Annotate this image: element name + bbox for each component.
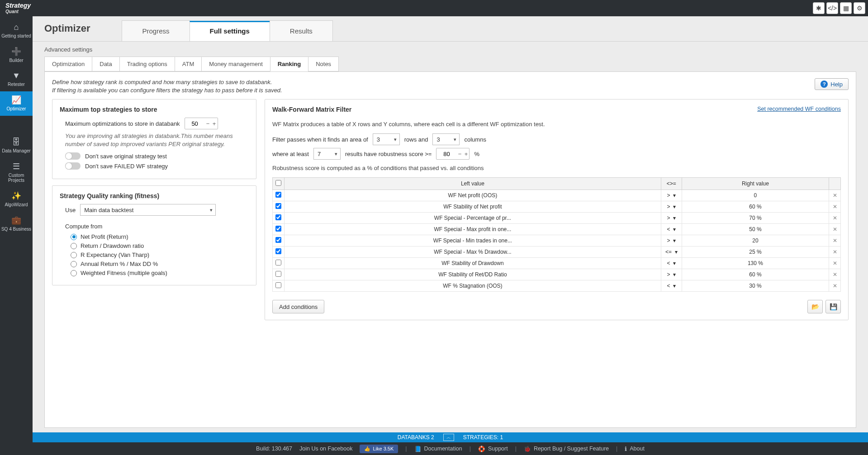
subtab-trading-options[interactable]: Trading options: [119, 57, 175, 71]
row-checkbox[interactable]: [275, 214, 281, 220]
radio-annual-return[interactable]: Annual Return % / Max DD %: [71, 261, 249, 267]
row-op[interactable]: > ▾: [661, 235, 682, 246]
stack-icon: ☰: [0, 161, 33, 171]
bug-icon[interactable]: ✱: [813, 2, 825, 14]
topbar: Strategy Quant ✱ </> ▦ ⚙: [0, 0, 868, 16]
tab-progress[interactable]: Progress: [122, 20, 190, 41]
about-link[interactable]: ℹAbout: [625, 446, 645, 452]
wf-pct: %: [474, 151, 479, 157]
sidebar-item-getting-started[interactable]: ⌂ Getting started: [0, 19, 33, 43]
like-button[interactable]: 👍Like 3.5K: [360, 445, 398, 453]
sidebar-item-label: Builder: [9, 58, 23, 63]
radio-r-expectancy[interactable]: R Expectancy (Van Tharp): [71, 251, 249, 258]
delete-row-icon[interactable]: ✕: [833, 192, 837, 199]
subtab-ranking[interactable]: Ranking: [270, 57, 308, 71]
row-op[interactable]: > ▾: [661, 190, 682, 201]
tab-full-settings[interactable]: Full settings: [190, 21, 270, 41]
wf-least-select[interactable]: 7: [313, 148, 341, 160]
row-left: WF Special - Min trades in one...: [285, 235, 661, 246]
help-button[interactable]: ? Help: [815, 78, 849, 90]
table-row: WF Special - Min trades in one...> ▾20✕: [273, 235, 841, 246]
radio-net-profit[interactable]: Net Profit (Return): [71, 233, 249, 240]
sidebar-item-retester[interactable]: ▼ Retester: [0, 67, 33, 91]
use-select[interactable]: Main data backtest: [80, 204, 216, 216]
databanks-bar[interactable]: DATABANKS 2 ︿ STRATEGIES: 1: [33, 432, 868, 442]
delete-row-icon[interactable]: ✕: [833, 249, 837, 255]
facebook-link[interactable]: Join Us on Facebook: [299, 446, 352, 452]
row-checkbox[interactable]: [275, 248, 281, 254]
step-down-icon[interactable]: −: [205, 120, 211, 127]
row-right: 25 %: [682, 246, 829, 258]
radio-weighted-fitness[interactable]: Weighted Fitness (multiple goals): [71, 270, 249, 276]
row-op[interactable]: > ▾: [661, 201, 682, 213]
wf-rows-select[interactable]: 3: [373, 133, 400, 145]
step-up-icon[interactable]: +: [463, 151, 469, 157]
sidebar-item-optimizer[interactable]: 📈 Optimizer: [0, 91, 33, 116]
subtab-money-management[interactable]: Money management: [201, 57, 270, 71]
row-checkbox[interactable]: [275, 271, 281, 277]
row-checkbox[interactable]: [275, 203, 281, 209]
code-icon[interactable]: </>: [826, 2, 838, 14]
plus-icon: ➕: [0, 47, 33, 57]
subtab-optimization[interactable]: Optimization: [44, 57, 92, 71]
wf-title: Walk-Forward Matrix Filter: [272, 106, 351, 113]
documentation-link[interactable]: 📘Documentation: [414, 446, 462, 452]
sidebar-item-data-manager[interactable]: 🗄 Data Manager: [0, 134, 33, 158]
subtab-notes[interactable]: Notes: [308, 57, 339, 71]
header-checkbox[interactable]: [275, 180, 281, 186]
delete-row-icon[interactable]: ✕: [833, 226, 837, 232]
row-op[interactable]: > ▾: [661, 213, 682, 224]
row-op[interactable]: < ▾: [661, 280, 682, 292]
row-checkbox[interactable]: [275, 237, 281, 243]
tab-results[interactable]: Results: [270, 20, 333, 41]
chart-icon: 📈: [0, 95, 33, 105]
delete-row-icon[interactable]: ✕: [833, 260, 837, 266]
subtab-atm[interactable]: ATM: [175, 57, 202, 71]
step-down-icon[interactable]: −: [456, 151, 463, 157]
th-op: <>=: [661, 178, 682, 190]
row-checkbox[interactable]: [275, 282, 281, 288]
delete-row-icon[interactable]: ✕: [833, 283, 837, 289]
max-store-value[interactable]: [185, 120, 205, 127]
step-up-icon[interactable]: +: [211, 120, 218, 127]
report-bug-link[interactable]: 🐞Report Bug / Suggest Feature: [524, 446, 609, 452]
add-conditions-button[interactable]: Add conditions: [272, 300, 324, 313]
max-store-input[interactable]: − +: [185, 118, 218, 129]
toggle-dont-save-failed[interactable]: [65, 162, 81, 170]
support-link[interactable]: 🛟Support: [478, 446, 508, 452]
radio-label: Return / Drawdown ratio: [81, 242, 144, 249]
sidebar-item-custom-projects[interactable]: ☰ Custom Projects: [0, 158, 33, 187]
toggle-dont-save-original[interactable]: [65, 152, 81, 160]
subtab-data[interactable]: Data: [92, 57, 119, 71]
wf-desc: WF Matrix produces a table of X rows and…: [272, 120, 841, 129]
toggle-label-1: Don't save original strategy test: [85, 153, 167, 160]
wf-score-value[interactable]: [436, 151, 456, 157]
gear-icon[interactable]: ⚙: [854, 2, 865, 14]
radio-return-dd[interactable]: Return / Drawdown ratio: [71, 242, 249, 249]
sidebar-item-algowizard[interactable]: ✨ AlgoWizard: [0, 187, 33, 212]
logo-line2: Quant: [5, 9, 31, 14]
wf-recommended-link[interactable]: Set recommended WF conditions: [757, 106, 841, 112]
row-checkbox[interactable]: [275, 226, 281, 232]
row-checkbox[interactable]: [275, 260, 281, 265]
wf-score-input[interactable]: − +: [436, 148, 470, 160]
grid-icon[interactable]: ▦: [840, 2, 852, 14]
book-icon: 📘: [414, 446, 422, 452]
chevron-up-icon[interactable]: ︿: [443, 434, 454, 441]
row-checkbox[interactable]: [275, 192, 281, 198]
row-op[interactable]: < ▾: [661, 224, 682, 235]
row-op[interactable]: < ▾: [661, 258, 682, 269]
row-left: WF Stability of Net profit: [285, 201, 661, 213]
sidebar-item-sq4business[interactable]: 💼 SQ 4 Business: [0, 212, 33, 236]
delete-row-icon[interactable]: ✕: [833, 215, 837, 221]
delete-row-icon[interactable]: ✕: [833, 271, 837, 278]
row-op[interactable]: > ▾: [661, 269, 682, 280]
save-icon[interactable]: 💾: [825, 300, 841, 313]
delete-row-icon[interactable]: ✕: [833, 204, 837, 210]
folder-open-icon[interactable]: 📂: [807, 300, 823, 313]
wf-t5: results have robustness score >=: [345, 151, 432, 157]
wf-cols-select[interactable]: 3: [432, 133, 460, 145]
delete-row-icon[interactable]: ✕: [833, 237, 837, 244]
row-op[interactable]: <= ▾: [661, 246, 682, 258]
sidebar-item-builder[interactable]: ➕ Builder: [0, 43, 33, 67]
